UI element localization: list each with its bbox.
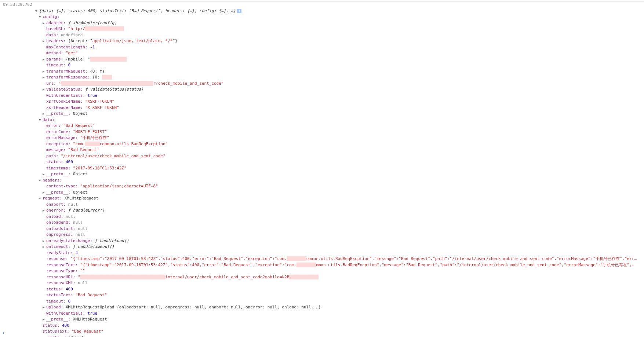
proto-cfg-line[interactable]: __proto__: Object [43,111,644,117]
root-status: 400 [87,8,95,13]
timeout-req-line: timeout: 0 [43,298,644,305]
onloadstart-line: onloadstart: null [43,226,644,232]
errormassage-line: errorMassage: "手机号已存在" [43,135,644,141]
responsetype-line: responseType: "" [43,268,644,274]
onabort-line: onabort: null [43,202,644,208]
message-line: message: "Bad Request" [43,147,644,153]
request-toggle[interactable]: request: XMLHttpRequest [39,195,644,202]
readystate-line: readyState: 4 [43,250,644,256]
adapter-line[interactable]: adapter: ƒ xhrAdapter(config) [43,20,644,26]
status-req-line: status: 400 [43,286,644,293]
responsexml-line: responseXML: null [43,280,644,286]
info-icon[interactable]: i [237,9,241,13]
root-mid2: ", headers: {…}, config: {…}, …} [158,8,236,13]
transformresponse-line[interactable]: transformResponse: {0: ████ [43,74,644,81]
proto-req-line[interactable]: __proto__: XMLHttpRequest [43,316,644,323]
errorcode-line: errorCode: "MOBILE_EXIST" [43,129,644,135]
onreadystatechange-line[interactable]: onreadystatechange: ƒ handleLoad() [43,238,644,244]
log-timestamp: 09:53:29.762 [0,1,644,8]
headers-toggle[interactable]: headers: [39,177,644,184]
config-toggle[interactable]: config: [39,14,644,20]
validatestatus-line[interactable]: validateStatus: ƒ validateStatus(status) [43,87,644,93]
root-mid1: , statusText: " [95,8,131,13]
withcredentials-req-line: withCredentials: true [43,311,644,317]
contenttype-line: content-type: "application/json;charset=… [43,183,644,190]
withcredentials-cfg-line: withCredentials: true [43,93,644,99]
response-line: response: "{"timestamp":"2017-09-18T01:5… [43,256,644,262]
responseurl-line: responseURL: "██████████████████████████… [43,274,644,281]
exception-line: exception: "com.██████common.utils.BadRe… [43,141,644,147]
onprogress-line: onprogress: null [43,232,644,238]
proto-top-line[interactable]: __proto__: Object [39,335,644,337]
xsrfheadername-line: xsrfHeaderName: "X-XSRF-TOKEN" [43,105,644,111]
root-summary-prefix: {data: {…}, status: [39,8,87,13]
upload-line[interactable]: upload: XMLHttpRequestUpload {onloadstar… [43,304,644,311]
transformrequest-line[interactable]: transformRequest: {0: ƒ} [43,69,644,75]
onload-line: onload: null [43,214,644,220]
proto-data-line[interactable]: __proto__: Object [43,171,644,177]
root-object-line[interactable]: {data: {…}, status: 400, statusText: "Ba… [35,8,644,14]
baseurl-line: baseURL: "http:/████████████████ [43,26,644,32]
root-status-text: Bad Request [131,8,158,13]
cfg-headers-line[interactable]: headers: {Accept: "application/json, tex… [43,38,644,44]
data-toggle[interactable]: data: [39,117,644,123]
data-line: data: undefined [43,32,644,39]
timestamp-data-line: timestamp: "2017-09-18T01:53:42Z" [43,165,644,172]
ontimeout-line[interactable]: ontimeout: ƒ handleTimeout() [43,244,644,250]
method-line: method: "get" [43,50,644,56]
maxcontentlength-line: maxContentLength: -1 [43,44,644,51]
status-top-line: status: 400 [39,323,644,329]
responsetext-line: responseText: "{"timestamp":"2017-09-18T… [43,262,644,268]
config-key: config: [43,14,59,19]
params-line[interactable]: params: {mobile: "███████████████ [43,56,644,63]
status-data-line: status: 400 [43,159,644,165]
console-output: 09:53:29.762 {data: {…}, status: 400, st… [0,0,644,337]
onerror-line[interactable]: onerror: ƒ handleError() [43,208,644,214]
url-line: url: "██████████████████████████████████… [43,81,644,87]
path-line: path: "/internal/user/check_mobile_and_s… [43,153,644,160]
xsrfcookiename-line: xsrfCookieName: "XSRF-TOKEN" [43,99,644,105]
onloadend-line: onloadend: null [43,220,644,226]
timeout-cfg-line: timeout: 0 [43,62,644,69]
console-prompt[interactable]: › [2,329,5,337]
statustext-top-line: statusText: "Bad Request" [39,329,644,335]
statustext-req-line: statusText: "Bad Request" [43,292,644,298]
error-line: error: "Bad Request" [43,123,644,129]
proto-headers-line[interactable]: __proto__: Object [43,190,644,196]
